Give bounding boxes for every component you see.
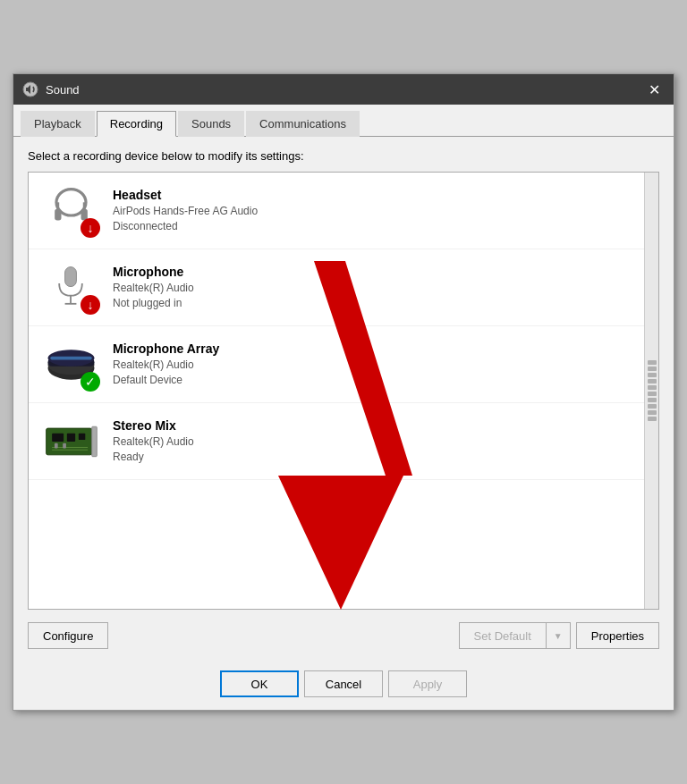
svg-rect-6 bbox=[65, 267, 77, 287]
mic-array-icon-wrap: ✓ bbox=[39, 335, 102, 393]
scroll-track bbox=[645, 173, 658, 609]
title-bar-left: Sound bbox=[22, 81, 80, 97]
device-info-stereo-mix: Stereo Mix Realtek(R) Audio Ready bbox=[113, 418, 194, 465]
device-item-headset[interactable]: ↓ Headset AirPods Hands-Free AG Audio Di… bbox=[29, 173, 644, 249]
window-title: Sound bbox=[46, 83, 80, 97]
status-badge-mic-array: ✓ bbox=[81, 372, 100, 392]
configure-button[interactable]: Configure bbox=[28, 622, 108, 649]
bottom-buttons: Configure Set Default ▼ Properties bbox=[28, 622, 659, 649]
device-list: ↓ Headset AirPods Hands-Free AG Audio Di… bbox=[29, 173, 644, 609]
device-name-mic-array: Microphone Array bbox=[113, 341, 219, 356]
device-sub2-mic-array: Default Device bbox=[113, 373, 219, 388]
device-item-microphone[interactable]: ↓ Microphone Realtek(R) Audio Not plugge… bbox=[29, 249, 644, 326]
ok-button[interactable]: OK bbox=[220, 670, 299, 697]
device-info-headset: Headset AirPods Hands-Free AG Audio Disc… bbox=[113, 188, 258, 234]
device-sub2-stereo-mix: Ready bbox=[113, 450, 194, 465]
device-item-stereo-mix[interactable]: Stereo Mix Realtek(R) Audio Ready bbox=[29, 403, 644, 480]
set-default-group: Set Default ▼ bbox=[459, 622, 571, 649]
tab-recording[interactable]: Recording bbox=[97, 111, 176, 137]
scrollbar[interactable] bbox=[644, 173, 658, 609]
speaker-icon bbox=[22, 81, 38, 97]
status-badge-headset: ↓ bbox=[81, 218, 100, 238]
stereo-mix-icon bbox=[42, 417, 100, 466]
device-sub1-mic-array: Realtek(R) Audio bbox=[113, 358, 219, 373]
svg-rect-20 bbox=[54, 443, 57, 449]
action-buttons: OK Cancel Apply bbox=[13, 670, 674, 710]
device-sub2-headset: Disconnected bbox=[113, 219, 258, 234]
device-name-headset: Headset bbox=[113, 188, 258, 202]
svg-rect-21 bbox=[63, 443, 66, 449]
tab-sounds[interactable]: Sounds bbox=[178, 111, 244, 137]
sound-dialog: Sound ✕ Playback Recording Sounds Commun… bbox=[13, 73, 674, 711]
device-name-microphone: Microphone bbox=[113, 265, 194, 279]
headset-icon-wrap: ↓ bbox=[39, 181, 102, 240]
close-button[interactable]: ✕ bbox=[643, 79, 665, 100]
device-item-mic-array[interactable]: ✓ Microphone Array Realtek(R) Audio Defa… bbox=[29, 326, 644, 403]
device-list-wrapper: ↓ Headset AirPods Hands-Free AG Audio Di… bbox=[28, 172, 659, 610]
status-badge-microphone: ↓ bbox=[81, 295, 100, 315]
device-sub1-stereo-mix: Realtek(R) Audio bbox=[113, 434, 194, 450]
main-content: Select a recording device below to modif… bbox=[13, 137, 674, 662]
device-info-mic-array: Microphone Array Realtek(R) Audio Defaul… bbox=[113, 341, 219, 388]
instruction-text: Select a recording device below to modif… bbox=[28, 149, 659, 163]
microphone-icon-wrap: ↓ bbox=[39, 258, 102, 316]
device-list-container: ↓ Headset AirPods Hands-Free AG Audio Di… bbox=[28, 172, 659, 610]
tab-playback[interactable]: Playback bbox=[21, 111, 95, 137]
cancel-button[interactable]: Cancel bbox=[304, 670, 383, 697]
properties-button[interactable]: Properties bbox=[576, 622, 659, 649]
tabs-container: Playback Recording Sounds Communications bbox=[13, 105, 674, 137]
svg-rect-22 bbox=[91, 426, 97, 456]
tab-communications[interactable]: Communications bbox=[246, 111, 360, 137]
title-bar: Sound ✕ bbox=[13, 74, 674, 105]
svg-rect-16 bbox=[66, 434, 74, 442]
svg-rect-15 bbox=[52, 434, 64, 442]
device-sub1-microphone: Realtek(R) Audio bbox=[113, 281, 194, 296]
svg-rect-2 bbox=[55, 209, 61, 221]
stereo-mix-icon-wrap bbox=[39, 412, 102, 470]
svg-rect-14 bbox=[46, 428, 91, 455]
set-default-dropdown-button[interactable]: ▼ bbox=[546, 622, 571, 649]
svg-rect-13 bbox=[50, 357, 91, 360]
device-info-microphone: Microphone Realtek(R) Audio Not plugged … bbox=[113, 265, 194, 311]
set-default-button[interactable]: Set Default bbox=[459, 622, 546, 649]
apply-button[interactable]: Apply bbox=[388, 670, 467, 697]
device-name-stereo-mix: Stereo Mix bbox=[113, 418, 194, 433]
device-sub1-headset: AirPods Hands-Free AG Audio bbox=[113, 204, 258, 219]
svg-rect-17 bbox=[78, 434, 84, 440]
device-sub2-microphone: Not plugged in bbox=[113, 296, 194, 311]
